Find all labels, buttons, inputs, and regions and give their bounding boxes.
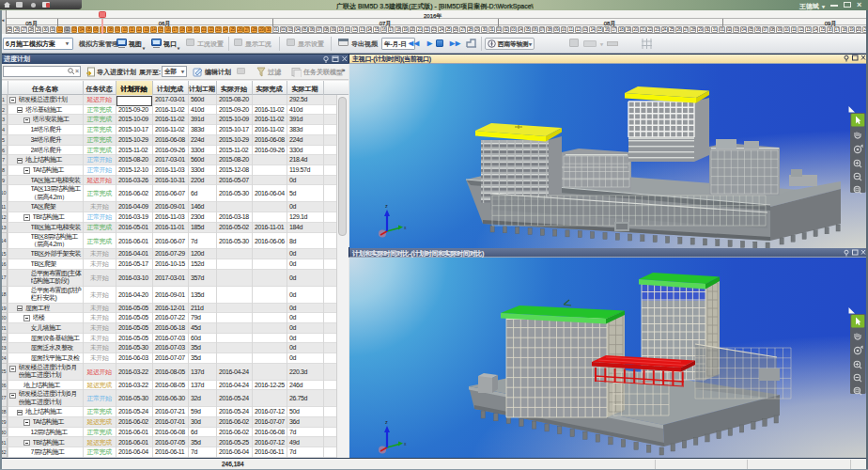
svg-text:z: z [385,419,388,425]
svg-text:z: z [385,203,388,209]
